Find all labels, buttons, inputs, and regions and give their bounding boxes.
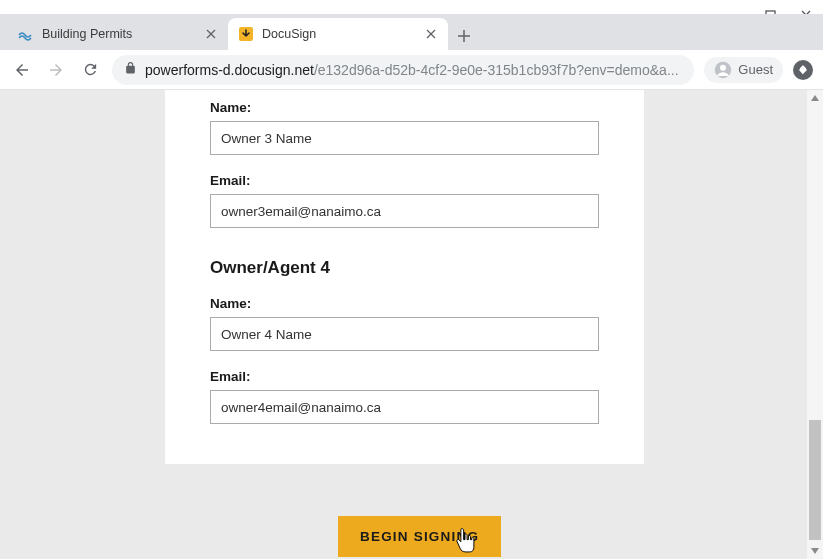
owner3-name-input[interactable]: [210, 121, 599, 155]
new-tab-button[interactable]: [450, 22, 478, 50]
svg-marker-16: [811, 548, 819, 554]
guest-label: Guest: [738, 62, 773, 77]
owner3-email-input[interactable]: [210, 194, 599, 228]
close-icon[interactable]: [204, 27, 218, 41]
section-owner-agent-4: Owner/Agent 4: [210, 258, 599, 278]
wave-icon: [18, 26, 34, 42]
page-viewport: Name: Email: Owner/Agent 4 Name: Email: …: [0, 90, 823, 559]
tab-strip: Building Permits DocuSign: [0, 14, 823, 50]
docusign-icon: [238, 26, 254, 42]
tab-building-permits[interactable]: Building Permits: [8, 18, 228, 50]
owner3-email-label: Email:: [210, 173, 599, 188]
tab-label: DocuSign: [262, 27, 416, 41]
guest-profile[interactable]: Guest: [704, 57, 783, 83]
tab-docusign[interactable]: DocuSign: [228, 18, 448, 50]
scroll-up-arrow[interactable]: [807, 90, 823, 106]
vertical-scrollbar-thumb[interactable]: [809, 420, 821, 540]
owner4-email-input[interactable]: [210, 390, 599, 424]
forward-button[interactable]: [44, 58, 68, 82]
form-card: Name: Email: Owner/Agent 4 Name: Email:: [165, 90, 644, 464]
extensions-menu[interactable]: [793, 60, 813, 80]
svg-point-12: [720, 64, 726, 70]
owner4-name-input[interactable]: [210, 317, 599, 351]
close-icon[interactable]: [424, 27, 438, 41]
back-button[interactable]: [10, 58, 34, 82]
url-text: powerforms-d.docusign.net/e132d96a-d52b-…: [145, 62, 679, 78]
avatar-icon: [714, 61, 732, 79]
address-bar[interactable]: powerforms-d.docusign.net/e132d96a-d52b-…: [112, 55, 694, 85]
owner4-email-label: Email:: [210, 369, 599, 384]
owner4-name-label: Name:: [210, 296, 599, 311]
owner3-name-label: Name:: [210, 100, 599, 115]
begin-signing-button[interactable]: BEGIN SIGNING: [338, 516, 501, 557]
scroll-down-arrow[interactable]: [807, 543, 823, 559]
tab-label: Building Permits: [42, 27, 196, 41]
svg-marker-15: [811, 95, 819, 101]
reload-button[interactable]: [78, 58, 102, 82]
lock-icon: [124, 61, 137, 78]
browser-toolbar: powerforms-d.docusign.net/e132d96a-d52b-…: [0, 50, 823, 90]
